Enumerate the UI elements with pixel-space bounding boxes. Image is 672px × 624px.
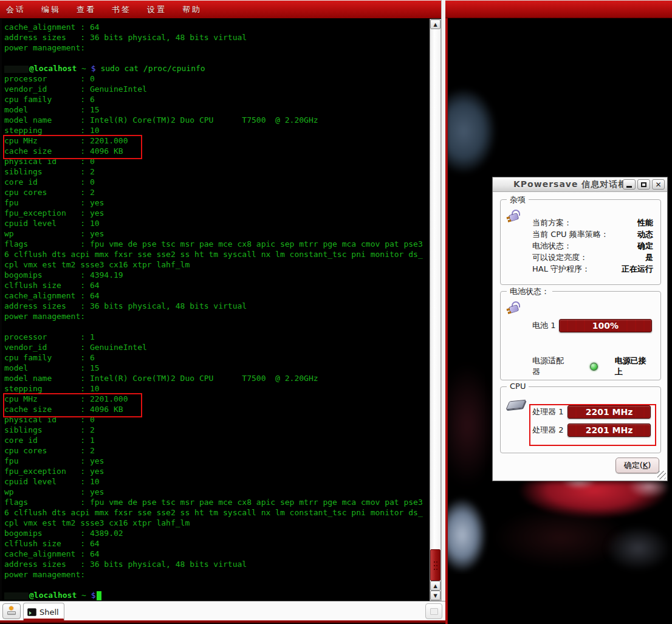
terminal-line: address sizes : 36 bits physical, 48 bit… <box>4 32 423 43</box>
menu-item-5[interactable]: 帮助 <box>182 4 202 15</box>
close-button[interactable]: ✕ <box>652 179 665 190</box>
misc-legend: 杂项 <box>507 194 529 205</box>
dialog-title: KPowersave 信息对话框 <box>513 179 627 190</box>
terminal-line: flags : fpu vme de pse tsc msr pae mce c… <box>4 497 423 507</box>
desktop: 会话编辑查看书签设置帮助 cache_alignment : 64address… <box>0 0 672 624</box>
misc-row-1: 当前 CPU 频率策略：动态 <box>532 228 653 240</box>
terminal-line: cache_alignment : 64 <box>4 22 423 32</box>
photo-gray-object <box>591 516 672 580</box>
up-arrow-icon: ▲ <box>433 583 437 589</box>
scroll-up-button-bottom[interactable]: ▲ <box>430 581 441 591</box>
misc-row-value: 是 <box>645 252 653 263</box>
terminal-line <box>4 53 423 63</box>
terminal-line: cpu cores : 2 <box>4 187 423 197</box>
terminal-line: core id : 1 <box>4 435 423 445</box>
terminal-line: flags : fpu vme de pse tsc msr pae mce c… <box>4 239 423 249</box>
adapter-led-icon <box>590 363 597 371</box>
terminal-line: 6 clflush dts acpi mmx fxsr sse sse2 ss … <box>4 249 423 259</box>
misc-row-3: 可以设定亮度：是 <box>532 252 653 263</box>
terminal-line: power management: <box>4 311 423 321</box>
scroll-down-button[interactable]: ▼ <box>430 591 441 600</box>
misc-row-0: 当前方案：性能 <box>532 217 653 228</box>
konsole-right-frame <box>441 0 445 620</box>
misc-row-label: 当前 CPU 频率策略： <box>532 228 609 240</box>
terminal-line: cache_alignment : 64 <box>4 290 423 301</box>
terminal-line: model name : Intel(R) Core(TM)2 Duo CPU … <box>4 373 423 383</box>
battery-plug-icon <box>507 301 523 315</box>
menu-item-1[interactable]: 编辑 <box>41 4 61 15</box>
tab-shell[interactable]: Shell <box>23 603 64 621</box>
resize-grip[interactable] <box>657 471 666 479</box>
terminal-line: address sizes : 36 bits physical, 48 bit… <box>4 559 423 569</box>
terminal-line: fpu : yes <box>4 456 423 466</box>
cpu-legend: CPU <box>507 382 529 391</box>
new-session-button[interactable]: ✹ <box>2 603 21 619</box>
misc-row-label: 电池状态： <box>532 240 572 252</box>
kpowersave-dialog: KPowersave 信息对话框 ✕ 杂项 当前方案：性能当前 CPU 频率策略… <box>492 177 668 481</box>
down-arrow-icon: ▼ <box>433 593 437 598</box>
ok-label: 确定( <box>624 461 643 470</box>
adapter-status: 电源已接上 <box>615 355 652 377</box>
ok-accel-key: K <box>643 461 648 470</box>
video-window-titlebar[interactable] <box>445 0 672 18</box>
terminal-line: core id : 0 <box>4 177 423 187</box>
scrollbar-track[interactable] <box>430 29 441 581</box>
new-session-icon: ✹ <box>7 608 16 615</box>
scrollbar-thumb[interactable] <box>430 549 441 581</box>
battery-label: 电池 1 <box>532 320 559 331</box>
terminal-line: power management: <box>4 43 423 53</box>
battery-groupbox: 电池状态： 电池 1 100% 电源适配器 电源已接上 <box>500 291 661 380</box>
terminal-scrollbar[interactable]: ▲ ▲ ▼ <box>430 19 441 601</box>
power-plug-icon <box>507 210 523 223</box>
video-window-left-border <box>445 18 448 624</box>
menu-item-0[interactable]: 会话 <box>6 4 26 15</box>
terminal-line: address sizes : 36 bits physical, 48 bit… <box>4 301 423 311</box>
terminal-view[interactable]: cache_alignment : 64address sizes : 36 b… <box>0 19 430 601</box>
misc-row-label: 可以设定亮度： <box>532 252 588 263</box>
terminal-line: fpu : yes <box>4 197 423 208</box>
terminal-icon <box>27 608 36 616</box>
dialog-titlebar[interactable]: KPowersave 信息对话框 ✕ <box>493 177 667 192</box>
konsole-window: 会话编辑查看书签设置帮助 cache_alignment : 64address… <box>0 0 445 624</box>
terminal-line: cache_alignment : 64 <box>4 549 423 559</box>
terminal-line: clflush size : 64 <box>4 538 423 549</box>
terminal-line: model : 15 <box>4 363 423 373</box>
minimize-button[interactable] <box>623 179 636 190</box>
misc-row-value: 正在运行 <box>622 263 653 275</box>
menu-item-4[interactable]: 设置 <box>147 4 166 15</box>
detach-session-button[interactable] <box>425 603 442 619</box>
menu-item-2[interactable]: 查看 <box>77 4 96 15</box>
battery-legend: 电池状态： <box>507 286 552 297</box>
terminal-line: clflush size : 64 <box>4 280 423 290</box>
misc-row-label: 当前方案： <box>532 217 572 228</box>
terminal-line: vendor_id : GenuineIntel <box>4 84 423 94</box>
minimize-icon <box>626 186 632 188</box>
cpu-chip-icon <box>506 400 526 410</box>
highlight-box-cpu-freq <box>529 404 656 446</box>
thumb-grip-icon <box>433 561 438 571</box>
highlight-box-cpu1 <box>3 393 142 417</box>
battery-progressbar: 100% <box>559 319 652 332</box>
konsole-menubar: 会话编辑查看书签设置帮助 <box>0 0 441 18</box>
maximize-button[interactable] <box>637 179 650 190</box>
terminal-prompt-line: @localhost ~ $ <box>4 590 423 600</box>
terminal-line: fpu_exception : yes <box>4 208 423 218</box>
adapter-label: 电源适配器 <box>532 355 569 377</box>
adapter-row: 电源适配器 电源已接上 <box>532 360 652 372</box>
terminal-line: cpu family : 6 <box>4 352 423 363</box>
terminal-line: cpu cores : 2 <box>4 445 423 456</box>
battery-row: 电池 1 100% <box>532 318 652 333</box>
terminal-line <box>4 321 423 332</box>
scroll-up-button[interactable]: ▲ <box>430 19 441 29</box>
highlight-box-cpu0 <box>3 135 142 159</box>
terminal-line: bogomips : 4389.02 <box>4 528 423 538</box>
terminal-line: cpuid level : 10 <box>4 218 423 228</box>
terminal-line: bogomips : 4394.19 <box>4 270 423 280</box>
terminal-line: cpuid level : 10 <box>4 476 423 487</box>
misc-row-value: 动态 <box>637 228 653 240</box>
ok-button[interactable]: 确定(K) <box>615 458 659 473</box>
terminal-line: power management: <box>4 569 423 580</box>
terminal-line: cpl vmx est tm2 ssse3 cx16 xtpr lahf_lm <box>4 518 423 528</box>
menu-item-3[interactable]: 书签 <box>112 4 131 15</box>
terminal-line: siblings : 2 <box>4 425 423 435</box>
